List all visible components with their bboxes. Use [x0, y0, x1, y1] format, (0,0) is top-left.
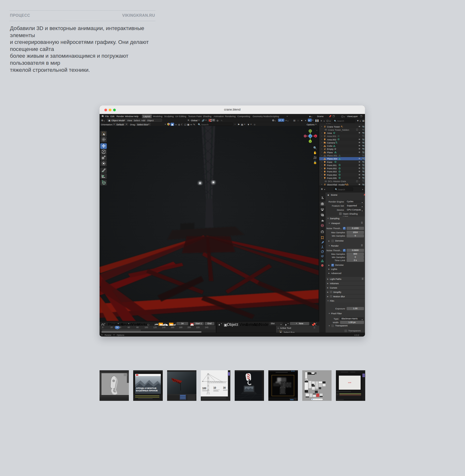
svg-text:100: 100	[202, 387, 206, 390]
svg-text:10: 10	[213, 387, 216, 389]
svg-text:АРЕНДА И МОНТАЖ: АРЕНДА И МОНТАЖ	[136, 387, 157, 389]
svg-text:Y: Y	[309, 141, 311, 143]
svg-text:БАШЕННЫХ КРАНОВ: БАШЕННЫХ КРАНОВ	[136, 389, 158, 392]
svg-text:Ж-ВП: Ж-ВП	[348, 382, 351, 383]
svg-text:30: 30	[223, 387, 226, 389]
svg-text:2: 2	[342, 126, 343, 128]
svg-text:X: X	[315, 135, 316, 137]
svg-text:-Z: -Z	[309, 135, 311, 137]
